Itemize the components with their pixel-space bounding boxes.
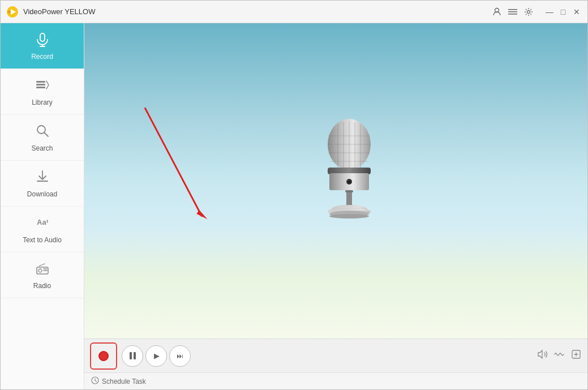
microphone-illustration [312, 119, 392, 232]
maximize-button[interactable]: □ [558, 7, 568, 17]
svg-rect-12 [36, 84, 45, 85]
svg-point-18 [38, 269, 42, 272]
library-nav-icon [35, 77, 50, 95]
svg-point-7 [527, 10, 530, 13]
svg-text:Aa: Aa [37, 218, 46, 226]
svg-line-15 [44, 133, 48, 137]
svg-marker-43 [196, 210, 207, 219]
svg-rect-8 [40, 33, 45, 41]
record-nav-icon [35, 31, 50, 49]
close-button[interactable]: ✕ [572, 7, 582, 17]
sidebar-item-record[interactable]: Record [1, 23, 84, 69]
content-area: ▶ ⏭ [84, 23, 587, 389]
svg-rect-36 [346, 190, 352, 207]
next-button[interactable]: ⏭ [169, 345, 191, 367]
sidebar-record-label: Record [31, 53, 53, 61]
sidebar-item-library[interactable]: Library [1, 69, 84, 115]
sidebar-download-label: Download [27, 190, 57, 198]
svg-point-2 [8, 10, 11, 13]
sidebar-library-label: Library [32, 98, 53, 106]
text-to-audio-nav-icon: Aa [35, 215, 50, 233]
svg-rect-13 [36, 87, 45, 88]
annotation-arrow [115, 97, 229, 238]
settings-icon[interactable] [524, 7, 533, 16]
player-right-icons [537, 349, 582, 363]
next-icon: ⏭ [177, 352, 183, 360]
sidebar: Record Library [1, 23, 84, 389]
svg-rect-5 [508, 11, 517, 12]
clock-icon [91, 376, 99, 386]
search-nav-icon [35, 123, 50, 141]
sidebar-item-text-to-audio[interactable]: Aa Text to Audio [1, 207, 84, 252]
sidebar-item-search[interactable]: Search [1, 115, 84, 161]
download-nav-icon [35, 169, 50, 187]
minimize-button[interactable]: — [544, 7, 555, 17]
svg-rect-11 [36, 81, 45, 83]
volume-icon[interactable] [537, 349, 548, 363]
player-bar: ▶ ⏭ [84, 338, 587, 372]
svg-rect-4 [508, 9, 517, 10]
sidebar-search-label: Search [31, 144, 53, 152]
export-icon[interactable] [570, 349, 582, 363]
title-bar-controls: — □ ✕ [492, 7, 582, 17]
sidebar-text-to-audio-label: Text to Audio [23, 236, 62, 244]
radio-nav-icon [35, 260, 50, 278]
app-title: VideoPower YELLOW [23, 7, 492, 16]
menu-icon[interactable] [508, 7, 517, 16]
record-circle-icon [98, 351, 109, 361]
main-layout: Record Library [1, 23, 587, 389]
title-bar: VideoPower YELLOW — □ ✕ [1, 1, 587, 23]
svg-rect-6 [508, 14, 517, 15]
svg-point-41 [329, 214, 369, 218]
sidebar-item-radio[interactable]: Radio [1, 252, 84, 298]
svg-rect-37 [345, 190, 353, 192]
sidebar-item-download[interactable]: Download [1, 161, 84, 207]
play-icon: ▶ [154, 352, 160, 360]
svg-line-42 [145, 108, 202, 216]
waveform-icon[interactable] [553, 349, 565, 363]
main-content-area [84, 23, 587, 338]
record-button[interactable] [93, 345, 114, 367]
schedule-bar[interactable]: Schedule Task [84, 372, 587, 389]
app-logo [6, 6, 19, 18]
pause-button[interactable] [122, 345, 143, 367]
app-window: VideoPower YELLOW — □ ✕ [0, 0, 588, 390]
sidebar-radio-label: Radio [33, 282, 51, 290]
svg-point-35 [347, 180, 349, 181]
window-controls: — □ ✕ [544, 7, 582, 17]
play-button[interactable]: ▶ [145, 345, 167, 367]
record-button-wrapper [90, 342, 117, 370]
profile-icon[interactable] [492, 7, 501, 16]
schedule-label: Schedule Task [102, 378, 146, 385]
pause-icon [130, 352, 136, 359]
